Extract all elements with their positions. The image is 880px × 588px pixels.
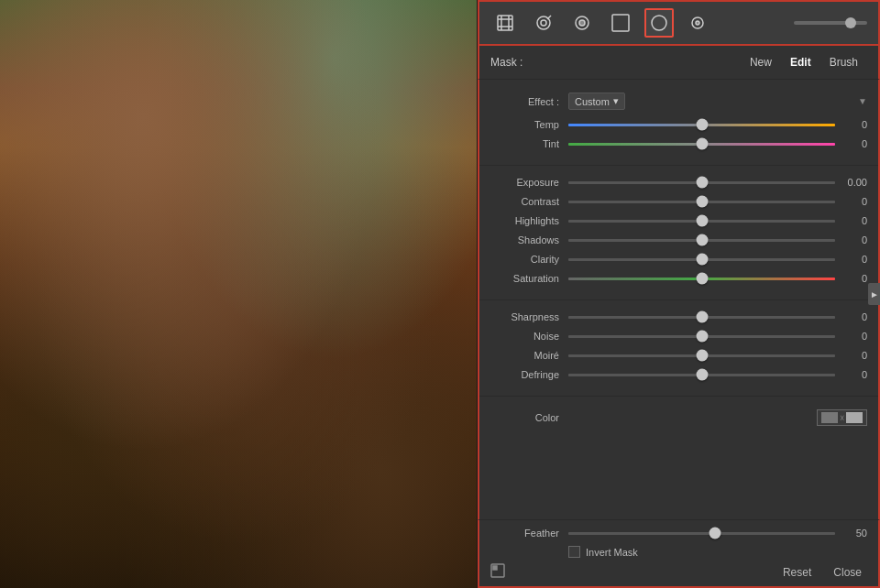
contrast-value: 0 xyxy=(835,196,867,207)
toolbar xyxy=(478,0,880,46)
exposure-section: Exposure 0.00 Contrast 0 xyxy=(479,169,878,296)
moire-track xyxy=(568,354,835,357)
sharpness-slider[interactable] xyxy=(568,310,835,324)
radial-filter-icon[interactable] xyxy=(644,8,674,38)
panel-header: Mask : New Edit Brush xyxy=(478,46,880,80)
clarity-label: Clarity xyxy=(490,254,559,265)
noise-slider[interactable] xyxy=(568,329,835,343)
exposure-thumb[interactable] xyxy=(696,177,708,189)
right-panel: Mask : New Edit Brush Effect : Custom ▾ … xyxy=(477,0,880,588)
spot-removal-icon[interactable] xyxy=(529,8,558,38)
temp-track xyxy=(568,124,835,126)
panel-icon-button[interactable] xyxy=(490,563,505,581)
invert-mask-checkbox[interactable] xyxy=(568,546,580,558)
section-collapse-icon[interactable]: ▼ xyxy=(858,96,867,106)
shadows-slider[interactable] xyxy=(568,233,835,247)
red-eye-icon[interactable] xyxy=(567,8,597,38)
footer-action-buttons: Reset Close xyxy=(777,564,867,581)
noise-thumb[interactable] xyxy=(696,331,708,343)
feather-value: 50 xyxy=(835,528,867,539)
temp-slider[interactable] xyxy=(568,117,835,132)
exposure-label: Exposure xyxy=(490,177,559,188)
sharpness-label: Sharpness xyxy=(490,311,559,322)
panel-content[interactable]: Effect : Custom ▾ ▼ Temp 0 Tint xyxy=(478,80,880,519)
svg-rect-15 xyxy=(493,566,497,570)
moire-label: Moiré xyxy=(490,350,559,361)
color-swatch xyxy=(821,412,838,423)
moire-thumb[interactable] xyxy=(696,350,708,362)
saturation-thumb[interactable] xyxy=(696,273,708,285)
photo-area xyxy=(0,0,477,588)
divider-1 xyxy=(479,165,878,166)
svg-point-6 xyxy=(541,20,546,26)
clarity-track xyxy=(568,258,835,261)
noise-row: Noise 0 xyxy=(490,329,867,343)
highlights-value: 0 xyxy=(835,215,867,226)
color-label: Color xyxy=(490,412,559,423)
edit-button[interactable]: Edit xyxy=(781,53,820,71)
highlights-slider[interactable] xyxy=(568,213,835,228)
clarity-slider[interactable] xyxy=(568,252,835,267)
invert-mask-container: Invert Mask xyxy=(568,546,638,558)
panel-collapse-arrow[interactable]: ► xyxy=(868,283,880,305)
divider-3 xyxy=(479,396,878,397)
defringe-thumb[interactable] xyxy=(696,369,708,381)
contrast-thumb[interactable] xyxy=(696,196,708,208)
clarity-thumb[interactable] xyxy=(696,254,708,266)
brush-button[interactable]: Brush xyxy=(820,53,867,71)
color-swatch-container[interactable]: ☓ xyxy=(817,409,867,426)
tint-thumb[interactable] xyxy=(696,138,708,150)
sharpness-section: Sharpness 0 Noise 0 xyxy=(479,304,878,392)
highlights-label: Highlights xyxy=(490,215,559,226)
moire-slider[interactable] xyxy=(568,348,835,363)
contrast-slider[interactable] xyxy=(568,194,835,209)
saturation-value: 0 xyxy=(835,273,867,284)
shadows-label: Shadows xyxy=(490,234,559,245)
noise-track xyxy=(568,335,835,338)
toolbar-slider[interactable] xyxy=(794,21,867,25)
effect-dropdown[interactable]: Custom ▾ xyxy=(568,93,625,110)
tint-label: Tint xyxy=(490,138,559,149)
tint-slider[interactable] xyxy=(568,136,835,151)
toolbar-slider-thumb[interactable] xyxy=(845,17,856,28)
svg-point-13 xyxy=(696,21,699,25)
new-button[interactable]: New xyxy=(741,53,781,71)
exposure-value: 0.00 xyxy=(835,177,867,188)
color-row: Color ☓ xyxy=(490,406,867,430)
highlights-track xyxy=(568,220,835,223)
shadows-track xyxy=(568,239,835,242)
defringe-row: Defringe 0 xyxy=(490,367,867,382)
moire-value: 0 xyxy=(835,350,867,361)
contrast-track xyxy=(568,201,835,203)
shadows-thumb[interactable] xyxy=(696,234,708,246)
effect-section: Effect : Custom ▾ ▼ Temp 0 Tint xyxy=(479,87,878,161)
feather-thumb[interactable] xyxy=(710,528,721,539)
invert-mask-label: Invert Mask xyxy=(586,547,638,558)
contrast-label: Contrast xyxy=(490,196,559,207)
defringe-slider[interactable] xyxy=(568,367,835,382)
close-button[interactable]: Close xyxy=(828,564,867,581)
color-swatch-2 xyxy=(846,412,863,423)
crop-icon[interactable] xyxy=(490,8,520,38)
brush-icon[interactable] xyxy=(683,8,712,38)
panel-footer: Feather 50 Invert Mask xyxy=(478,519,880,588)
dropdown-arrow-icon: ▾ xyxy=(613,95,619,107)
temp-value: 0 xyxy=(835,119,867,130)
sharpness-thumb[interactable] xyxy=(696,311,708,323)
contrast-row: Contrast 0 xyxy=(490,194,867,209)
highlights-thumb[interactable] xyxy=(696,215,708,227)
tint-value: 0 xyxy=(835,138,867,149)
temp-thumb[interactable] xyxy=(696,119,708,131)
saturation-slider[interactable] xyxy=(568,271,835,286)
svg-rect-0 xyxy=(498,16,512,30)
reset-button[interactable]: Reset xyxy=(777,564,817,581)
noise-label: Noise xyxy=(490,331,559,342)
saturation-label: Saturation xyxy=(490,273,559,284)
svg-rect-10 xyxy=(612,15,629,31)
clarity-row: Clarity 0 xyxy=(490,252,867,267)
feather-slider[interactable] xyxy=(568,526,835,540)
svg-point-9 xyxy=(579,20,585,26)
graduated-filter-icon[interactable] xyxy=(606,8,635,38)
mask-label: Mask : xyxy=(490,56,522,69)
exposure-slider[interactable] xyxy=(568,175,835,190)
